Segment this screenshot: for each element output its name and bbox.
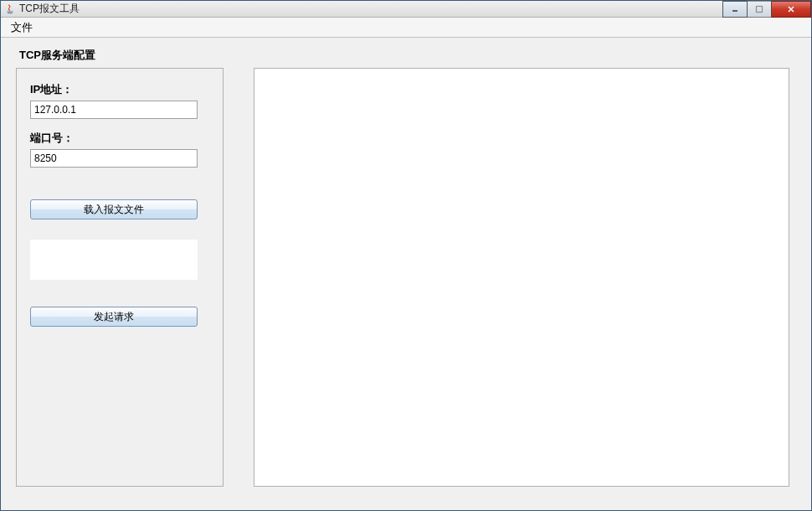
window-title: TCP报文工具 <box>19 2 808 16</box>
java-icon <box>4 3 16 15</box>
maximize-button[interactable] <box>747 1 772 18</box>
load-file-label: 载入报文文件 <box>84 203 144 217</box>
ip-label: IP地址： <box>30 82 209 97</box>
minimize-button[interactable] <box>722 1 748 18</box>
config-section-title: TCP服务端配置 <box>19 48 796 63</box>
svg-rect-1 <box>757 7 763 13</box>
window-controls <box>723 1 811 18</box>
port-label: 端口号： <box>30 131 209 146</box>
main-layout: IP地址： 端口号： 载入报文文件 发起请求 <box>16 68 796 487</box>
close-button[interactable] <box>771 1 811 18</box>
ip-input[interactable] <box>30 101 198 119</box>
config-panel: IP地址： 端口号： 载入报文文件 发起请求 <box>16 68 224 487</box>
content-area: TCP服务端配置 IP地址： 端口号： 载入报文文件 发起请求 <box>1 38 811 510</box>
file-display-area <box>30 240 198 280</box>
port-input[interactable] <box>30 149 198 168</box>
menu-bar: 文件 <box>1 18 811 38</box>
load-file-button[interactable]: 载入报文文件 <box>30 199 198 219</box>
menu-file[interactable]: 文件 <box>6 18 38 37</box>
send-request-label: 发起请求 <box>94 310 134 324</box>
spacer <box>30 176 209 199</box>
title-bar: TCP报文工具 <box>1 1 811 18</box>
window-frame: TCP报文工具 文件 TCP服务端配置 IP地址： 端口号： <box>0 0 812 511</box>
output-panel <box>254 68 789 487</box>
send-request-button[interactable]: 发起请求 <box>30 307 198 327</box>
